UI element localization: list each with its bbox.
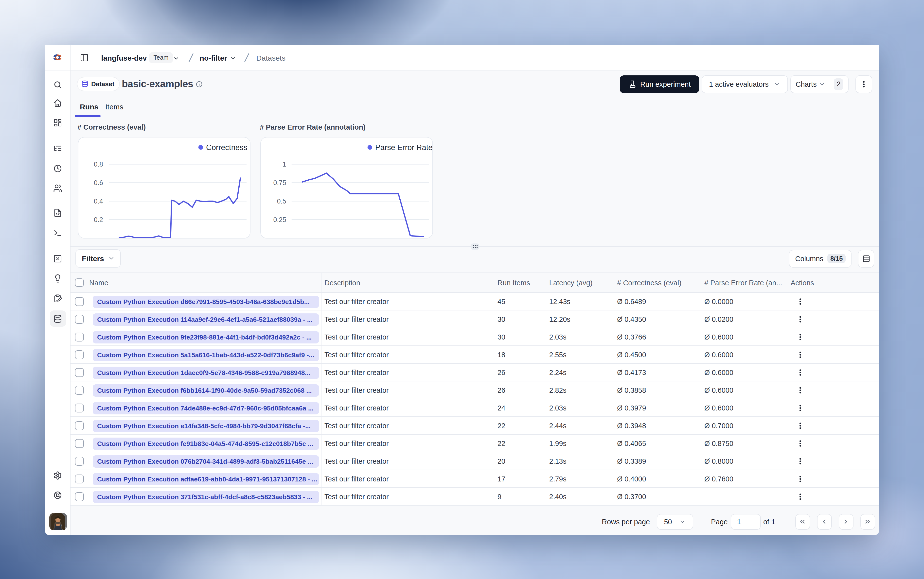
svg-text:0.2: 0.2 [94,216,103,223]
svg-text:0.5: 0.5 [277,197,286,205]
svg-text:Correctness: Correctness [206,143,247,152]
svg-text:Parse Error Rate: Parse Error Rate [375,143,433,152]
svg-text:0.75: 0.75 [273,179,286,186]
svg-text:0.8: 0.8 [94,160,103,168]
svg-text:1: 1 [283,160,286,168]
svg-text:0.25: 0.25 [273,216,286,223]
svg-text:0.4: 0.4 [94,197,103,205]
svg-text:0.6: 0.6 [94,179,103,186]
